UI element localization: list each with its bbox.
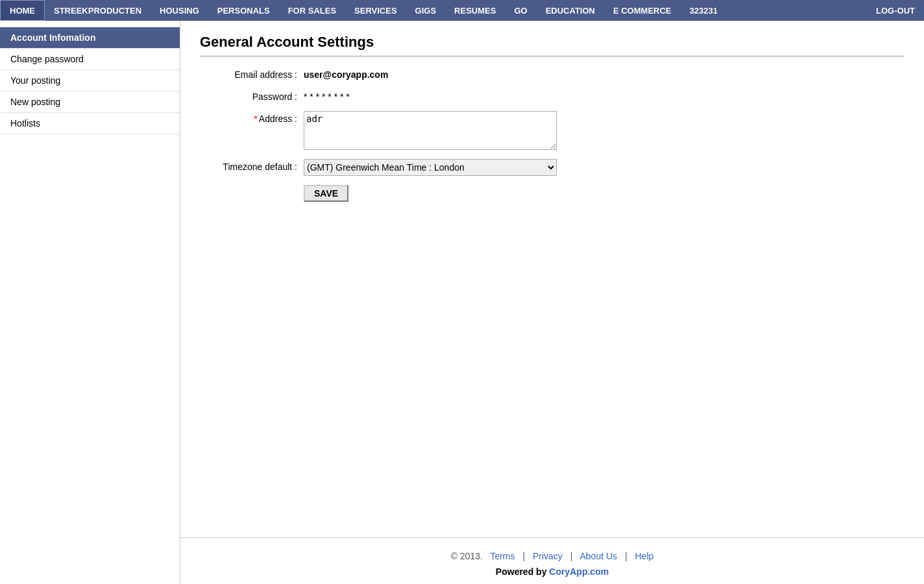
nav-item-services[interactable]: SERVICES — [345, 0, 406, 21]
sep2: | — [570, 551, 573, 561]
password-row: Password : * * * * * * * * — [200, 89, 905, 102]
email-value: user@coryapp.com — [304, 67, 388, 80]
sidebar-item-account-infomation[interactable]: Account Infomation — [0, 27, 180, 49]
nav-item-education[interactable]: EDUCATION — [537, 0, 604, 21]
powered-by: Powered by CoryApp.com — [180, 566, 924, 577]
timezone-select[interactable]: (GMT) Greenwich Mean Time : London(GMT-0… — [304, 159, 557, 176]
address-label: *Address : — [200, 111, 304, 124]
address-textarea[interactable]: adr — [304, 111, 557, 150]
sidebar-item-change-password[interactable]: Change password — [0, 49, 180, 70]
main-nav: HOMESTREEKPRODUCTENHOUSINGPERSONALSFOR S… — [0, 0, 924, 21]
content-area: General Account Settings Email address :… — [180, 21, 924, 292]
account-form: Email address : user@coryapp.com Passwor… — [200, 67, 905, 202]
help-link[interactable]: Help — [635, 551, 654, 561]
coryapp-link[interactable]: CoryApp.com — [549, 566, 609, 577]
save-row: SAVE — [200, 185, 905, 202]
logout-button[interactable]: LOG-OUT — [867, 0, 924, 21]
privacy-link[interactable]: Privacy — [533, 551, 563, 561]
nav-item-gigs[interactable]: GIGS — [406, 0, 446, 21]
nav-item-home[interactable]: HOME — [0, 0, 45, 21]
sep3: | — [625, 551, 627, 561]
sidebar-item-your-posting[interactable]: Your posting — [0, 70, 180, 91]
nav-item-go[interactable]: GO — [505, 0, 536, 21]
sidebar-item-new-posting[interactable]: New posting — [0, 91, 180, 113]
sep1: | — [522, 551, 525, 561]
timezone-row: Timezone default : (GMT) Greenwich Mean … — [200, 159, 905, 176]
copyright: © 2013. — [451, 551, 483, 561]
nav-item-housing[interactable]: HOUSING — [151, 0, 208, 21]
address-required-marker: * — [254, 114, 257, 124]
main-wrapper: Account InfomationChange passwordYour po… — [0, 21, 924, 583]
email-label: Email address : — [200, 67, 304, 80]
nav-item-e-commerce[interactable]: E COMMERCE — [604, 0, 681, 21]
nav-item-resumes[interactable]: RESUMES — [445, 0, 505, 21]
save-button[interactable]: SAVE — [304, 185, 348, 202]
nav-item-personals[interactable]: PERSONALS — [208, 0, 279, 21]
about-link[interactable]: About Us — [579, 551, 617, 561]
page-title: General Account Settings — [200, 34, 905, 56]
password-value: * * * * * * * * — [304, 89, 350, 102]
timezone-label: Timezone default : — [200, 159, 304, 172]
email-row: Email address : user@coryapp.com — [200, 67, 905, 80]
nav-item-for-sales[interactable]: FOR SALES — [279, 0, 345, 21]
nav-item-streekproducten[interactable]: STREEKPRODUCTEN — [45, 0, 151, 21]
terms-link[interactable]: Terms — [490, 551, 515, 561]
address-row: *Address : adr — [200, 111, 905, 150]
footer-links: © 2013. Terms | Privacy | About Us | Hel… — [180, 551, 924, 561]
password-label: Password : — [200, 89, 304, 102]
footer: © 2013. Terms | Privacy | About Us | Hel… — [180, 538, 924, 583]
sidebar: Account InfomationChange passwordYour po… — [0, 21, 180, 583]
sidebar-item-hotlists[interactable]: Hotlists — [0, 113, 180, 134]
nav-item-323231[interactable]: 323231 — [681, 0, 727, 21]
